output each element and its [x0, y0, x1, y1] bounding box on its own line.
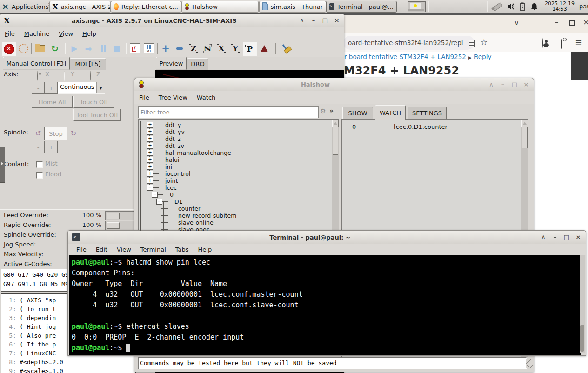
tree-item-ddt_zv[interactable]: +ddt_zv	[139, 142, 331, 149]
maximize-icon[interactable]	[563, 233, 570, 241]
rotate-view-button[interactable]	[258, 42, 271, 55]
workspace-switcher[interactable]	[408, 1, 426, 12]
tree-item-D1[interactable]: −D1	[139, 198, 331, 205]
panel-collapse-handle[interactable]	[0, 147, 5, 183]
tree-item-slave-online[interactable]: slave-online	[139, 219, 331, 226]
zoom-in-button[interactable]	[159, 42, 172, 55]
optional-pause-button[interactable]: M1	[142, 42, 155, 55]
tab-settings[interactable]: SETTINGS	[408, 107, 447, 120]
close-icon[interactable]	[575, 233, 582, 241]
shade-icon[interactable]	[488, 81, 495, 88]
hamburger-menu-icon[interactable]: ≡	[575, 37, 582, 47]
audio-volume-icon[interactable]	[507, 3, 515, 10]
machine-power-button[interactable]	[17, 42, 30, 55]
tree-scrollbar[interactable]	[332, 120, 339, 231]
maximize-icon[interactable]	[511, 81, 518, 88]
view-x-button[interactable]: X	[215, 42, 228, 55]
expand-icon[interactable]: +	[147, 178, 153, 184]
applications-menu[interactable]: × Applications	[2, 1, 49, 12]
terminal-menu-help[interactable]: Help	[194, 246, 217, 253]
halshow-titlebar[interactable]: Halshow	[134, 78, 534, 91]
view-z-button[interactable]: Z	[187, 42, 200, 55]
jog-plus-button[interactable]: +	[45, 82, 58, 94]
clear-plot-button[interactable]	[279, 42, 292, 55]
spindle-cw-button[interactable]: ↻	[67, 127, 80, 140]
tree-item-ddt_z[interactable]: +ddt_z	[139, 135, 331, 142]
terminal-menu-file[interactable]: File	[72, 246, 91, 253]
scroll-up-icon[interactable]	[332, 120, 339, 127]
reply-link[interactable]: Reply	[474, 53, 491, 60]
expand-icon[interactable]: +	[147, 157, 153, 163]
zoom-out-button[interactable]	[173, 42, 186, 55]
tree-item-lcec[interactable]: −lcec	[139, 184, 331, 191]
expand-icon[interactable]: +	[147, 171, 153, 177]
gcode-line[interactable]: 9:#<scale>=1.0	[1, 366, 135, 373]
notification-bell-icon[interactable]	[531, 3, 538, 10]
maximize-icon[interactable]	[321, 17, 329, 24]
tab-manual-control[interactable]: Manual Control [F3]	[3, 57, 70, 70]
expand-icon[interactable]: +	[147, 150, 153, 156]
feed-override-slider[interactable]	[105, 211, 134, 220]
removable-device-icon[interactable]	[491, 2, 503, 11]
spindle-ccw-button[interactable]: ↺	[32, 127, 45, 140]
gear-icon[interactable]: ⚙	[320, 107, 326, 115]
browser-maximize-icon[interactable]	[569, 20, 575, 26]
browser-close-icon[interactable]: ×	[583, 18, 588, 27]
expand-icon[interactable]: +	[147, 164, 153, 170]
tree-item-ini[interactable]: +ini	[139, 163, 331, 170]
run-step-button[interactable]	[82, 42, 95, 55]
panel-clock[interactable]: 2025-12-19 14:53	[542, 1, 577, 12]
terminal-menu-tabs[interactable]: Tabs	[171, 246, 194, 253]
estop-button[interactable]: ✕	[2, 42, 16, 56]
tree-item-new-record-subitem[interactable]: new-record-subitem	[139, 212, 331, 219]
terminal-menu-edit[interactable]: Edit	[91, 246, 112, 253]
expand-icon[interactable]: +	[147, 129, 153, 135]
tab-watch[interactable]: WATCH	[375, 105, 406, 120]
tree-item-halui[interactable]: +halui	[139, 156, 331, 163]
axis-titlebar[interactable]: X axis.ngc - AXIS 2.9.7 on LinuxCNC-HAL-…	[0, 14, 344, 27]
bookmark-star-icon[interactable]: ☆	[480, 37, 488, 47]
tab-show[interactable]: SHOW	[342, 107, 373, 120]
resize-grip[interactable]	[526, 359, 533, 368]
url-bar[interactable]: oard-tentative-stm32f4-lan9252/repl	[343, 36, 474, 50]
minimize-icon[interactable]	[551, 233, 559, 241]
terminal-output[interactable]: paul@paul:~$ halcmd show pin lcecCompone…	[69, 255, 581, 355]
tree-item-0[interactable]: −0	[139, 191, 331, 198]
view-perspective-button[interactable]: P	[243, 42, 257, 56]
halshow-menu-watch[interactable]: Watch	[192, 94, 220, 101]
terminal-titlebar[interactable]: >_ Terminal - paul@paul: ~	[68, 231, 586, 244]
tab-dro[interactable]: DRO	[187, 58, 208, 70]
skip-lines-button[interactable]	[128, 42, 141, 55]
view-y-button[interactable]: Y	[229, 42, 242, 55]
open-file-button[interactable]	[33, 42, 47, 55]
terminal-scrollbar[interactable]	[580, 255, 585, 353]
expand-icon[interactable]: +	[147, 143, 153, 149]
tree-item-hal_manualtoolchange[interactable]: +hal_manualtoolchange	[139, 149, 331, 156]
view-z-rotated-button[interactable]: Z	[201, 42, 214, 55]
collapse-icon[interactable]: −	[156, 199, 162, 205]
axis-menu-file[interactable]: File	[0, 30, 20, 37]
account-icon[interactable]	[542, 38, 543, 48]
radio-axis-z[interactable]	[90, 71, 91, 81]
expand-icon[interactable]: +	[147, 122, 153, 128]
taskbar-item-terminal[interactable]: >_ Terminal - paul@...	[326, 1, 397, 13]
run-program-button[interactable]	[68, 42, 81, 55]
axis-menu-view[interactable]: View	[54, 30, 78, 37]
pause-program-button[interactable]	[97, 42, 110, 55]
collapse-icon[interactable]: −	[147, 185, 153, 191]
command-entry[interactable]: Commands may be tested here but they wil…	[138, 357, 527, 369]
watch-pin-name[interactable]: lcec.0.D1.counter	[394, 123, 448, 130]
flood-checkbox[interactable]	[36, 172, 43, 179]
shade-icon[interactable]	[540, 233, 547, 241]
close-icon[interactable]	[522, 81, 530, 88]
axis-menu-help[interactable]: Help	[78, 30, 101, 37]
tree-item-joint[interactable]: +joint	[139, 177, 331, 184]
radio-axis-y[interactable]	[64, 71, 65, 81]
shade-icon[interactable]	[298, 17, 306, 24]
taskbar-item-firefox[interactable]: Reply: Ethercat c...	[111, 1, 181, 13]
minimize-icon[interactable]	[499, 81, 507, 88]
home-all-button[interactable]: Home All	[32, 96, 73, 108]
touch-off-button[interactable]: Touch Off	[74, 96, 114, 108]
taskbar-item-thunar[interactable]: sim.axis - Thunar	[259, 1, 326, 13]
gcode-line[interactable]: 8:#<depth>=2.0	[1, 358, 135, 366]
